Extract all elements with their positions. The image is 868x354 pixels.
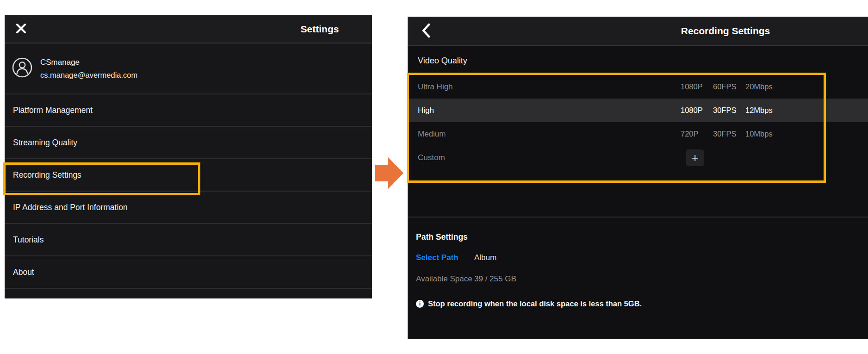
close-button[interactable] [15,23,27,35]
quality-option-ultra-high[interactable]: Ultra High 1080P 60FPS 20Mbps [408,75,868,99]
settings-title: Settings [301,24,339,35]
select-path-value: Album [474,253,496,262]
settings-menu: Platform Management Streaming Quality Re… [5,94,372,289]
bitrate-value: 10Mbps [745,130,773,138]
menu-item-about[interactable]: About [5,256,372,289]
screenshot-canvas: Settings CSmanage cs.manage@avermedia.co… [0,0,868,354]
fps-value: 60FPS [713,82,736,91]
available-space-value: 39 / 255 GB [474,274,516,284]
available-space-row: Available Space 39 / 255 GB [408,274,868,285]
recording-settings-header: Recording Settings [408,17,868,46]
quality-label: High [418,106,434,115]
account-name: CSmanage [40,58,137,67]
menu-item-tutorials[interactable]: Tutorials [5,224,372,256]
quality-label: Medium [418,130,446,139]
video-quality-label: Video Quality [418,56,467,66]
select-path-link[interactable]: Select Path [416,253,459,262]
flow-arrow-icon [375,156,404,190]
bitrate-value: 20Mbps [745,82,773,91]
chevron-left-icon [422,23,431,39]
menu-item-ip-address-port[interactable]: IP Address and Port Information [5,192,372,224]
add-custom-quality-button[interactable]: + [686,149,704,166]
disk-space-note: i Stop recording when the local disk spa… [408,299,868,308]
quality-option-high[interactable]: High 1080P 30FPS 12Mbps [408,99,868,122]
disk-space-note-text: Stop recording when the local disk space… [428,299,642,308]
recording-settings-panel: Recording Settings Video Quality Ultra H… [408,17,868,339]
recording-settings-title: Recording Settings [681,25,770,37]
menu-item-platform-management[interactable]: Platform Management [5,94,372,127]
settings-panel: Settings CSmanage cs.manage@avermedia.co… [5,15,372,298]
resolution-value: 720P [681,130,699,138]
account-email: cs.manage@avermedia.com [40,71,137,80]
path-settings-heading: Path Settings [416,232,868,242]
close-icon [16,23,26,35]
select-path-row: Select Path Album [408,253,868,263]
quality-option-medium[interactable]: Medium 720P 30FPS 10Mbps [408,122,868,146]
section-divider [408,217,868,217]
resolution-value: 1080P [681,82,703,91]
quality-label: Custom [418,153,445,162]
menu-item-recording-settings[interactable]: Recording Settings [5,159,372,192]
fps-value: 30FPS [713,130,736,138]
quality-label: Ultra High [418,82,453,92]
back-button[interactable] [421,24,432,38]
info-icon: i [416,300,424,308]
plus-icon: + [691,152,698,164]
quality-options-list: Ultra High 1080P 60FPS 20Mbps High 1080P… [408,75,868,169]
fps-value: 30FPS [713,106,736,115]
quality-option-custom[interactable]: Custom + [408,146,868,169]
available-space-label: Available Space [416,274,472,284]
resolution-value: 1080P [681,106,703,115]
path-settings-section: Path Settings Select Path Album Availabl… [408,226,868,308]
avatar-icon [12,57,32,80]
video-quality-section-label: Video Quality [408,46,868,75]
menu-item-streaming-quality[interactable]: Streaming Quality [5,127,372,159]
bitrate-value: 12Mbps [745,106,773,115]
account-text: CSmanage cs.manage@avermedia.com [40,58,137,80]
account-row[interactable]: CSmanage cs.manage@avermedia.com [5,43,372,94]
settings-header: Settings [5,15,372,43]
